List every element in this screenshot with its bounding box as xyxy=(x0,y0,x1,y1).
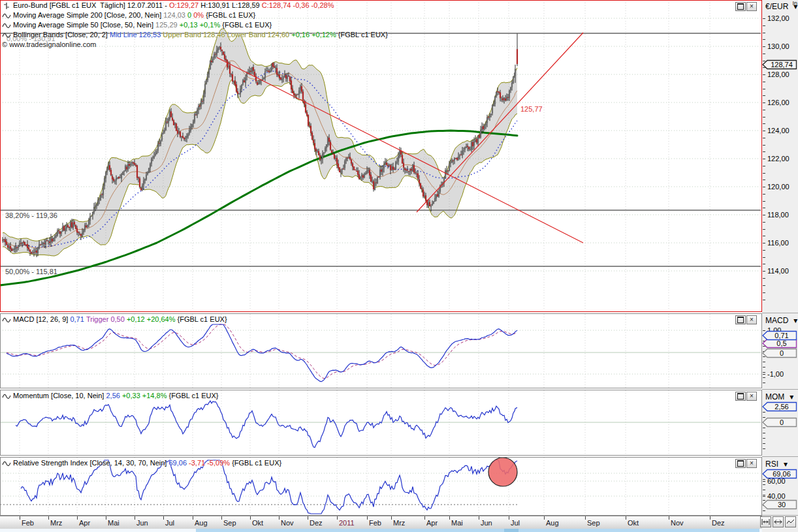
scale-section-divider xyxy=(762,456,798,457)
svg-text:2,56: 2,56 xyxy=(774,403,788,411)
legend-segment: 0% xyxy=(193,11,206,20)
time-axis-tick xyxy=(585,516,586,520)
horizontal-zoom-button[interactable] xyxy=(773,516,784,527)
scale-tick-dash xyxy=(763,428,765,428)
macd-legend[interactable]: MACD [12, 26, 9] 0,71 Trigger 0,50 +0,12… xyxy=(2,315,227,324)
scale-tick-label: 120,00 xyxy=(767,183,790,191)
scale-tick-label: 128,00 xyxy=(767,70,790,78)
maximize-icon xyxy=(737,317,744,323)
scale-tick-dash xyxy=(763,479,765,480)
legend-segment: H:130,91 L:128,59 xyxy=(200,1,262,10)
scale-tick-dash xyxy=(763,166,765,166)
close-button[interactable]: × xyxy=(746,392,757,401)
legend-segment: Mid Line 126,53 xyxy=(110,31,163,39)
time-axis-tick xyxy=(337,516,338,520)
time-axis-label: Mai xyxy=(108,519,120,527)
scale-tick-dash xyxy=(763,18,765,19)
scale-tick-dash xyxy=(763,443,765,444)
time-axis-label: Dez xyxy=(712,519,725,527)
svg-text:0: 0 xyxy=(780,349,784,357)
maximize-button[interactable] xyxy=(735,459,746,468)
time-axis-label: 2011 xyxy=(339,519,355,527)
scale-tick-label: 118,00 xyxy=(767,211,789,219)
scale-tick-dash xyxy=(763,496,765,497)
scale-tick-dash xyxy=(763,510,765,511)
svg-text:0: 0 xyxy=(780,418,784,426)
fit-width-button[interactable] xyxy=(760,516,771,527)
rsi-scale-title[interactable]: RSI▾ xyxy=(765,460,788,469)
horizontal-scrollbar[interactable] xyxy=(0,529,762,532)
time-axis-label: Feb xyxy=(22,519,34,527)
scale-title-label: €/EUR xyxy=(765,2,788,11)
price-chart-canvas xyxy=(1,1,761,311)
macd-scale-title[interactable]: MACD▾ xyxy=(765,316,797,325)
legend-segment: +0,33 +14,8% xyxy=(122,392,169,400)
legend-segment: {FGBL c1 EUX} xyxy=(206,11,255,20)
time-axis[interactable]: FebMrzAprMaiJunJulAugSepOktNovDez2011Feb… xyxy=(0,516,762,529)
time-axis-tick xyxy=(163,516,164,520)
legend-segment: 69,06 xyxy=(168,459,189,467)
rsi-panel-buttons: × xyxy=(735,459,757,468)
time-axis-tick xyxy=(479,516,479,520)
wave-icon xyxy=(2,31,11,39)
scale-value-marker: 128,74 xyxy=(762,59,797,70)
maximize-button[interactable] xyxy=(735,2,746,11)
macd-panel[interactable] xyxy=(0,313,762,388)
main-price-panel[interactable] xyxy=(0,0,762,312)
wave-icon xyxy=(2,316,11,324)
svg-text:69,06: 69,06 xyxy=(773,470,791,478)
scrollbar-thumb[interactable] xyxy=(196,529,759,532)
scale-value-marker: 0 xyxy=(762,348,797,358)
scale-tick-label: 116,00 xyxy=(767,239,789,247)
scale-tick-dash xyxy=(763,222,765,223)
maximize-button[interactable] xyxy=(735,315,746,324)
price-scale-column[interactable]: €/EUR▾132,00130,00128,00126,00124,00122,… xyxy=(762,0,798,532)
scale-tick-dash xyxy=(763,300,765,300)
svg-text:30: 30 xyxy=(778,501,786,509)
time-axis-label: Jul xyxy=(165,519,174,527)
time-axis-tick xyxy=(391,516,392,520)
momentum-panel-buttons: × xyxy=(735,392,757,401)
scale-tick-dash xyxy=(763,383,765,383)
time-axis-label: Apr xyxy=(426,519,438,527)
line-style-button[interactable] xyxy=(785,516,796,527)
momentum-legend[interactable]: Momentum [Close, 10, Nein] 2,56 +0,33 +1… xyxy=(2,392,219,400)
legend-row-2[interactable]: Moving Average Simple 50 [Close, 50, Nei… xyxy=(2,21,272,29)
scale-section-divider xyxy=(762,313,798,313)
time-axis-tick xyxy=(77,516,78,520)
legend-row-1[interactable]: Moving Average Simple 200 [Close, 200, N… xyxy=(2,11,255,20)
trendline-price-label: 125,77 xyxy=(520,105,543,113)
scale-tick-dash xyxy=(763,102,765,103)
scale-title-label: MOM xyxy=(765,392,784,401)
close-button[interactable]: × xyxy=(746,459,757,468)
scale-value-marker: 2,56 xyxy=(762,401,797,412)
close-button[interactable]: × xyxy=(746,315,757,324)
rsi-legend[interactable]: Relative Strength Index [Close, 14, 30, … xyxy=(2,459,281,467)
scale-tick-dash xyxy=(763,377,765,378)
legend-segment: 2,56 xyxy=(106,392,121,400)
legend-segment: 125,29 xyxy=(155,21,180,29)
bottom-toolbar xyxy=(760,516,796,527)
scale-tick-dash xyxy=(763,180,765,180)
time-axis-tick xyxy=(509,516,509,520)
time-axis-tick xyxy=(449,516,450,520)
scale-tick-dash xyxy=(763,412,765,413)
legend-segment: {FGBL c1 EUX} xyxy=(338,31,388,39)
chevron-down-icon: ▾ xyxy=(790,392,793,401)
legend-row-0[interactable]: Euro-Bund [FGBL c1 EUX Täglich] 12.07.20… xyxy=(2,1,334,10)
maximize-button[interactable] xyxy=(735,392,746,401)
close-button[interactable]: × xyxy=(746,2,757,11)
wave-icon xyxy=(2,22,11,29)
legend-segment: MACD [12, 26, 9] xyxy=(13,315,70,324)
scale-tick-dash xyxy=(763,39,765,40)
scale-tick-dash xyxy=(763,495,765,495)
time-axis-tick xyxy=(544,516,545,520)
scale-tick-dash xyxy=(763,271,765,272)
time-axis-tick xyxy=(367,516,368,520)
time-axis-tick xyxy=(20,516,20,520)
legend-segment: Momentum [Close, 10, Nein] xyxy=(13,392,106,400)
legend-row-3[interactable]: Bollinger Bands [Close, 20, 2] Mid Line … xyxy=(2,31,388,39)
time-axis-tick xyxy=(626,516,626,520)
momentum-scale-title[interactable]: MOM▾ xyxy=(765,392,793,401)
time-axis-tick xyxy=(424,516,425,520)
